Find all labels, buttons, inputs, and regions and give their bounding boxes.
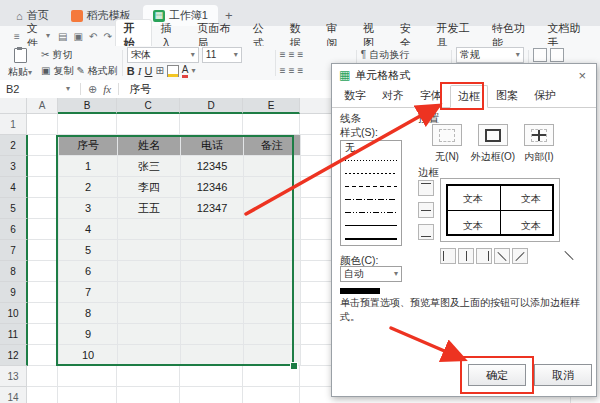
diagonal-border-icon[interactable] [562,248,578,264]
fx-icon[interactable]: fx [100,83,114,95]
cell-A6[interactable] [28,219,59,240]
insert-function-icon[interactable]: ⊕ [85,83,100,96]
cell-A14[interactable] [27,387,58,403]
cell-B7[interactable]: 5 [59,240,118,261]
redo-icon[interactable]: ↷ [100,31,114,42]
conditional-format-icon[interactable] [533,48,547,62]
cell-D3[interactable]: 12345 [181,156,244,177]
undo-icon[interactable]: ↶ [86,31,100,42]
font-size-combo[interactable]: 11▾ [202,47,242,63]
border-inner-horizontal-button[interactable] [418,202,434,218]
cell-E5[interactable] [244,198,301,219]
formula-input[interactable]: 序号 [123,82,151,97]
italic-button[interactable]: I [138,65,142,77]
line-style-option[interactable] [341,232,401,245]
column-header-C[interactable]: C [117,98,180,114]
cell-E6[interactable] [244,219,301,240]
fill-handle[interactable] [290,362,298,370]
cell-B12[interactable]: 10 [59,345,118,366]
cut-button[interactable]: 剪切 [52,48,72,62]
line-style-option[interactable] [341,219,401,232]
cell-C3[interactable]: 张三 [118,156,181,177]
row-header-11[interactable]: 11 [0,324,28,345]
cell-C5[interactable]: 王五 [118,198,181,219]
cell-E4[interactable] [244,177,301,198]
cell-D12[interactable] [181,345,244,366]
border-left-button[interactable] [440,248,456,264]
cell-D6[interactable] [181,219,244,240]
preset-inside-button[interactable] [524,124,554,146]
row-header-10[interactable]: 10 [0,303,28,324]
font-name-combo[interactable]: 宋体▾ [127,47,199,63]
cell-E14[interactable] [243,387,300,403]
cell-C7[interactable] [118,240,181,261]
dialog-tab-alignment[interactable]: 对齐 [374,84,412,107]
cell-B10[interactable]: 8 [59,303,118,324]
paste-button[interactable]: 粘贴▾ [2,46,38,80]
cell-A3[interactable] [28,156,59,177]
cell-E8[interactable] [244,261,301,282]
cell-B11[interactable]: 9 [59,324,118,345]
cell-B14[interactable] [58,387,117,403]
align-top-icon[interactable]: ≡ [280,50,286,60]
cell-C10[interactable] [118,303,181,324]
cell-D1[interactable] [180,114,243,135]
cell-C9[interactable] [118,282,181,303]
cell-E11[interactable] [244,324,301,345]
align-left-icon[interactable]: ≡ [280,66,286,76]
column-header-E[interactable]: E [243,98,300,114]
table-style-icon[interactable] [550,48,564,62]
cell-D10[interactable] [181,303,244,324]
cell-C8[interactable] [118,261,181,282]
cell-D5[interactable]: 12347 [181,198,244,219]
cell-D2[interactable]: 电话 [181,135,244,156]
cell-A1[interactable] [27,114,58,135]
border-right-button[interactable] [476,248,492,264]
save-icon[interactable]: ▤ [55,31,70,42]
cell-A8[interactable] [28,261,59,282]
row-header-9[interactable]: 9 [0,282,28,303]
dialog-tab-protection[interactable]: 保护 [526,84,564,107]
dialog-tab-pattern[interactable]: 图案 [488,84,526,107]
cell-C2[interactable]: 姓名 [118,135,181,156]
cell-C4[interactable]: 李四 [118,177,181,198]
cell-B5[interactable]: 3 [59,198,118,219]
align-middle-icon[interactable]: ≡ [289,50,295,60]
borders-icon[interactable]: ⊞ [155,66,163,76]
cell-E7[interactable] [244,240,301,261]
align-center-icon[interactable]: ≡ [289,66,295,76]
align-right-icon[interactable]: ≡ [298,66,304,76]
cell-D13[interactable] [180,366,243,387]
color-dropdown[interactable]: 自动 ▾ [340,266,402,282]
cell-A12[interactable] [28,345,59,366]
cell-B2[interactable]: 序号 [59,135,118,156]
line-style-option[interactable] [341,154,401,167]
dialog-tab-number[interactable]: 数字 [336,84,374,107]
cell-A11[interactable] [28,324,59,345]
row-header-1[interactable]: 1 [0,114,27,135]
name-box[interactable]: B2 ▾ [0,83,76,95]
cell-B8[interactable]: 6 [59,261,118,282]
row-header-12[interactable]: 12 [0,345,28,366]
align-bottom-icon[interactable]: ≡ [298,50,304,60]
bold-button[interactable]: B [127,65,135,77]
border-bottom-button[interactable] [418,224,434,240]
cell-E10[interactable] [244,303,301,324]
cell-D9[interactable] [181,282,244,303]
preset-none-button[interactable] [432,124,462,146]
copy-button[interactable]: 复制 [53,64,73,78]
select-all-corner[interactable] [0,98,27,114]
cell-D11[interactable] [181,324,244,345]
cell-B9[interactable]: 7 [59,282,118,303]
cell-A13[interactable] [27,366,58,387]
row-header-3[interactable]: 3 [0,156,28,177]
line-style-option[interactable] [341,193,401,206]
cell-C13[interactable] [117,366,180,387]
row-header-4[interactable]: 4 [0,177,28,198]
cell-A10[interactable] [28,303,59,324]
cell-C12[interactable] [118,345,181,366]
row-header-6[interactable]: 6 [0,219,28,240]
cell-A9[interactable] [28,282,59,303]
row-header-7[interactable]: 7 [0,240,28,261]
print-icon[interactable]: ▣ [71,31,86,42]
